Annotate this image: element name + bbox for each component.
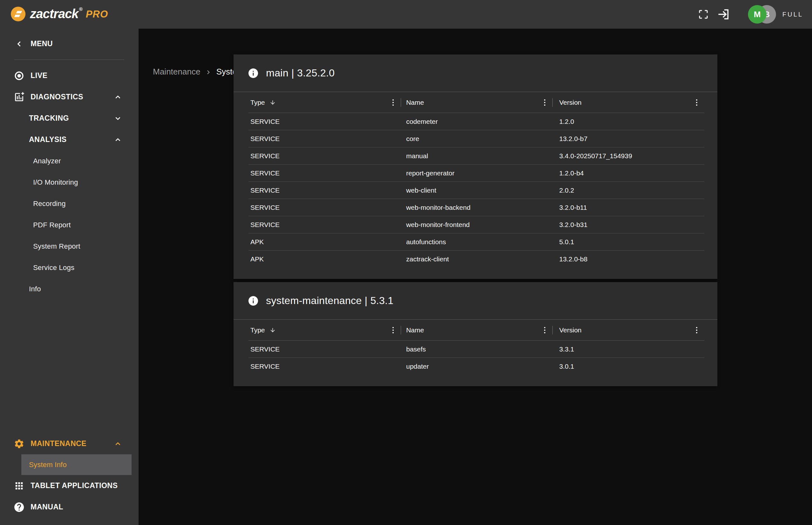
column-header-type-label: Type (250, 99, 265, 106)
cell-type: APK (249, 234, 401, 250)
app-logo[interactable]: zactrack ® PRO (11, 6, 108, 22)
packages-table: Type Name (249, 320, 704, 375)
sidebar-menu-collapse[interactable]: MENU (0, 33, 138, 55)
info-icon (248, 68, 259, 79)
sidebar-item-recording[interactable]: Recording (0, 193, 138, 214)
main-content: Maintenance System Info main | 3.25.2.0 … (138, 29, 812, 525)
sidebar-item-system-info-selected[interactable]: System Info (21, 454, 132, 475)
column-menu-icon[interactable] (390, 99, 396, 106)
cell-version: 1.2.0 (552, 113, 704, 130)
column-menu-icon[interactable] (694, 326, 700, 334)
cell-version: 3.2.0-b11 (552, 199, 704, 216)
column-header-name-label: Name (406, 99, 424, 106)
table-row: APK zactrack-client 13.2.0-b8 (249, 251, 704, 268)
cell-type: SERVICE (249, 147, 401, 164)
login-icon[interactable] (717, 7, 730, 21)
cell-type: SERVICE (249, 199, 401, 216)
column-header-type-label: Type (250, 326, 265, 334)
sidebar-tracking-label: TRACKING (29, 114, 69, 123)
card-system-maintenance-packages: system-maintenance | 5.3.1 Type (234, 282, 718, 386)
cell-type: SERVICE (249, 165, 401, 181)
column-header-name[interactable]: Name (401, 92, 553, 113)
sidebar-item-analysis[interactable]: ANALYSIS (0, 129, 138, 150)
sidebar-item-tracking[interactable]: TRACKING (0, 108, 138, 129)
sidebar-analysis-label: ANALYSIS (29, 135, 67, 144)
sidebar-item-pdf-report[interactable]: PDF Report (0, 214, 138, 236)
license-mode-label: FULL (782, 11, 803, 18)
sidebar-item-tablet-applications[interactable]: TABLET APPLICATIONS (0, 475, 138, 496)
cell-version: 3.0.1 (552, 358, 704, 375)
sidebar-tablet-applications-label: TABLET APPLICATIONS (31, 481, 118, 490)
sidebar-menu-label: MENU (31, 40, 53, 48)
sidebar-pdf-report-label: PDF Report (33, 221, 71, 229)
chevron-left-icon (12, 40, 26, 48)
column-header-version[interactable]: Version (552, 320, 704, 340)
breadcrumb-parent[interactable]: Maintenance (153, 67, 201, 77)
grid-apps-icon (12, 480, 26, 491)
cell-version: 3.4.0-20250717_154939 (552, 147, 704, 164)
column-menu-icon[interactable] (390, 326, 396, 334)
chevron-up-icon[interactable] (114, 93, 122, 101)
gear-icon (12, 438, 26, 449)
table-row: SERVICE report-generator 1.2.0-b4 (249, 165, 704, 182)
user-avatars[interactable]: M B (748, 5, 776, 24)
sidebar-bottom-group: MAINTENANCE System Info TABLET APPLICATI… (0, 433, 138, 525)
cell-version: 3.3.1 (552, 341, 704, 358)
sidebar-system-info-label: System Info (29, 461, 67, 469)
cell-name: autofunctions (401, 234, 553, 250)
cell-name: web-monitor-frontend (401, 216, 553, 233)
cell-name: zactrack-client (401, 251, 553, 268)
chevron-down-icon[interactable] (114, 114, 122, 123)
column-header-name[interactable]: Name (401, 320, 553, 340)
sidebar-maintenance-label: MAINTENANCE (31, 439, 86, 448)
column-menu-icon[interactable] (542, 99, 548, 106)
sidebar-info-label: Info (29, 285, 41, 293)
cell-name: codemeter (401, 113, 553, 130)
chevron-up-icon[interactable] (114, 136, 122, 144)
sidebar-live-label: LIVE (31, 71, 47, 80)
card-title: main | 3.25.2.0 (266, 67, 335, 79)
column-header-version-label: Version (559, 99, 581, 106)
cell-type: SERVICE (249, 182, 401, 199)
table-row: SERVICE codemeter 1.2.0 (249, 113, 704, 130)
sidebar-item-manual[interactable]: MANUAL (0, 496, 138, 518)
column-menu-icon[interactable] (542, 326, 548, 334)
fullscreen-icon[interactable] (698, 9, 709, 20)
table-header-row: Type Name (249, 320, 704, 341)
cell-name: web-client (401, 182, 553, 199)
sidebar-item-system-report[interactable]: System Report (0, 236, 138, 257)
cell-name: report-generator (401, 165, 553, 181)
topbar: zactrack ® PRO M B FULL (0, 0, 812, 29)
sidebar-divider (14, 60, 124, 60)
sidebar-spacer (0, 300, 138, 433)
diagnostics-chart-icon (12, 92, 26, 103)
column-separator (552, 326, 553, 334)
column-header-type[interactable]: Type (249, 320, 401, 340)
card-main-packages: main | 3.25.2.0 Type (234, 55, 718, 279)
sidebar-system-report-label: System Report (33, 242, 80, 251)
column-header-version[interactable]: Version (552, 92, 704, 113)
brand-suffix: PRO (86, 6, 108, 22)
column-header-type[interactable]: Type (249, 92, 401, 113)
cell-version: 3.2.0-b31 (552, 216, 704, 233)
brand-name: zactrack (30, 6, 78, 21)
sidebar-item-service-logs[interactable]: Service Logs (0, 257, 138, 278)
logo-mark-icon (11, 6, 26, 21)
card-title: system-maintenance | 5.3.1 (266, 295, 394, 306)
cell-type: SERVICE (249, 358, 401, 375)
sidebar-item-analyzer[interactable]: Analyzer (0, 150, 138, 171)
table-row: SERVICE web-monitor-backend 3.2.0-b11 (249, 199, 704, 216)
cell-version: 2.0.2 (552, 182, 704, 199)
sidebar: MENU LIVE DIAGNOSTICS TRACKING ANALYSIS (0, 29, 138, 525)
sidebar-item-live[interactable]: LIVE (0, 65, 138, 86)
sidebar-item-maintenance[interactable]: MAINTENANCE (0, 433, 138, 454)
avatar-primary[interactable]: M (748, 5, 766, 24)
sidebar-item-diagnostics[interactable]: DIAGNOSTICS (0, 86, 138, 108)
column-menu-icon[interactable] (694, 99, 700, 106)
sidebar-item-io-monitoring[interactable]: I/O Monitoring (0, 171, 138, 193)
column-header-name-label: Name (406, 326, 424, 334)
sidebar-manual-label: MANUAL (31, 503, 63, 511)
sidebar-item-info[interactable]: Info (0, 278, 138, 300)
cell-type: SERVICE (249, 216, 401, 233)
chevron-up-icon[interactable] (114, 440, 122, 448)
